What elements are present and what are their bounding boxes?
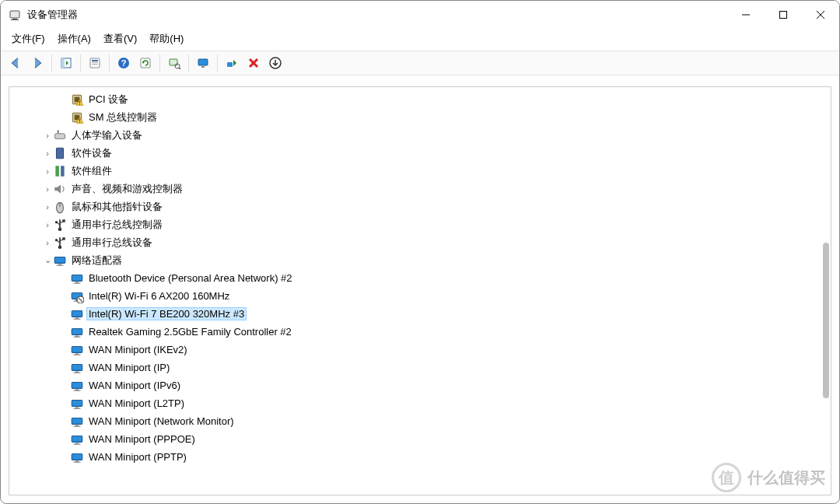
svg-rect-43 [780,12,787,19]
tree-item-label: 声音、视频和游戏控制器 [70,182,184,196]
expand-chevron-icon[interactable]: › [42,238,53,247]
chip-warning-icon [70,93,84,107]
tree-item[interactable]: Intel(R) Wi-Fi 7 BE200 320MHz #3 [9,305,831,323]
tree-item-label: Intel(R) Wi-Fi 6 AX200 160MHz [87,290,231,302]
menu-file[interactable]: 文件(F) [12,32,45,46]
tree-item-label: WAN Miniport (IKEv2) [87,344,189,355]
tree-item[interactable]: WAN Miniport (PPTP) [9,448,831,466]
soft-component-icon [53,164,67,178]
menu-view[interactable]: 查看(V) [103,32,137,46]
help-button[interactable] [114,54,134,72]
scan-hardware-button[interactable] [164,54,184,72]
tree-item-label: 网络适配器 [70,254,124,268]
tree-item[interactable]: Intel(R) Wi-Fi 6 AX200 160MHz [9,287,831,305]
net-adapter-icon [70,432,84,446]
tree-item-label: Bluetooth Device (Personal Area Network)… [87,272,294,284]
tree-item[interactable]: WAN Miniport (Network Monitor) [9,412,831,430]
refresh-button[interactable] [135,54,156,72]
tree-item[interactable]: Realtek Gaming 2.5GbE Family Controller … [9,323,831,341]
tree-item[interactable]: ⌄网络适配器 [9,251,831,269]
tree-item-label: WAN Miniport (Network Monitor) [87,415,236,427]
expand-chevron-icon[interactable]: › [42,220,53,229]
hid-icon [53,128,67,142]
net-adapter-icon [70,415,84,429]
tree-item[interactable]: ›鼠标和其他指针设备 [9,198,831,215]
tree-item[interactable]: WAN Miniport (IKEv2) [9,341,831,359]
net-adapter-icon [70,307,84,321]
tree-item[interactable]: ›声音、视频和游戏控制器 [9,180,831,198]
tree-item-label: WAN Miniport (L2TP) [87,397,186,409]
expand-chevron-icon[interactable]: › [42,131,53,140]
expand-chevron-icon[interactable]: › [42,202,53,212]
network-icon [53,254,67,268]
tree-item-label: Realtek Gaming 2.5GbE Family Controller … [87,326,293,338]
tree-item[interactable]: SM 总线控制器 [9,108,831,126]
menubar: 文件(F) 操作(A) 查看(V) 帮助(H) [1,29,839,51]
tree-item-label: 人体学输入设备 [70,128,144,142]
scrollbar-thumb[interactable] [823,243,829,398]
disable-device-button[interactable] [265,54,285,72]
tree-item[interactable]: WAN Miniport (IPv6) [9,376,831,394]
minimize-button[interactable] [727,1,765,29]
menu-help[interactable]: 帮助(H) [149,32,184,46]
tree-item-label: SM 总线控制器 [87,110,159,124]
audio-icon [53,182,67,196]
toolbar [1,51,839,75]
tree-item-label: WAN Miniport (IP) [87,362,171,373]
net-adapter-icon [70,271,84,285]
tree-item[interactable]: ›通用串行总线控制器 [9,215,831,233]
tree-item-label: 软件设备 [70,146,114,160]
tree-item[interactable]: PCI 设备 [9,90,831,108]
window-title: 设备管理器 [27,8,78,22]
enable-device-button[interactable] [222,54,242,72]
expand-chevron-icon[interactable]: › [42,149,53,158]
tree-item-label: 软件组件 [70,164,114,178]
back-button[interactable] [5,54,26,72]
tree-item-label: 鼠标和其他指针设备 [70,200,164,214]
usb-icon [53,218,67,232]
forward-button[interactable] [27,54,47,72]
maximize-button[interactable] [765,1,802,29]
net-adapter-icon [70,325,84,339]
chip-warning-icon [70,110,84,124]
tree-item[interactable]: WAN Miniport (L2TP) [9,394,831,412]
tree-item-label: 通用串行总线设备 [70,236,154,250]
usb-icon [53,236,67,250]
net-adapter-icon [70,361,84,375]
expand-chevron-icon[interactable]: ⌄ [42,255,53,265]
soft-device-icon [53,146,67,160]
mouse-icon [53,200,67,214]
tree-item-label: WAN Miniport (PPTP) [87,451,188,463]
tree-item[interactable]: ›通用串行总线设备 [9,233,831,251]
tree-item-label: Intel(R) Wi-Fi 7 BE200 320MHz #3 [87,308,246,320]
expand-chevron-icon[interactable]: › [42,184,53,194]
net-adapter-disabled-icon [70,289,84,303]
tree-item-label: PCI 设备 [87,93,130,107]
tree-item-label: WAN Miniport (PPPOE) [87,433,197,445]
update-driver-button[interactable] [193,54,213,72]
net-adapter-icon [70,343,84,357]
titlebar: 设备管理器 [1,1,839,29]
tree-item[interactable]: ›软件设备 [9,144,831,162]
tree-item[interactable]: ›软件组件 [9,162,831,180]
app-icon [9,9,21,21]
properties-button[interactable] [85,54,105,72]
net-adapter-icon [70,379,84,393]
expand-chevron-icon[interactable]: › [42,166,53,176]
net-adapter-icon [70,450,84,464]
show-hide-tree-button[interactable] [56,54,76,72]
uninstall-device-button[interactable] [243,54,264,72]
device-tree-panel: PCI 设备 SM 总线控制器 ›人体学输入设备 ›软件设备 ›软件组件 ›声音… [9,86,831,495]
tree-item[interactable]: ›人体学输入设备 [9,126,831,144]
net-adapter-icon [70,397,84,411]
tree-item[interactable]: Bluetooth Device (Personal Area Network)… [9,269,831,287]
tree-item[interactable]: WAN Miniport (IP) [9,359,831,376]
tree-item-label: WAN Miniport (IPv6) [87,380,182,391]
tree-item-label: 通用串行总线控制器 [70,218,164,232]
close-button[interactable] [802,1,839,29]
menu-action[interactable]: 操作(A) [58,32,91,46]
device-tree[interactable]: PCI 设备 SM 总线控制器 ›人体学输入设备 ›软件设备 ›软件组件 ›声音… [9,87,831,495]
tree-item[interactable]: WAN Miniport (PPPOE) [9,430,831,448]
